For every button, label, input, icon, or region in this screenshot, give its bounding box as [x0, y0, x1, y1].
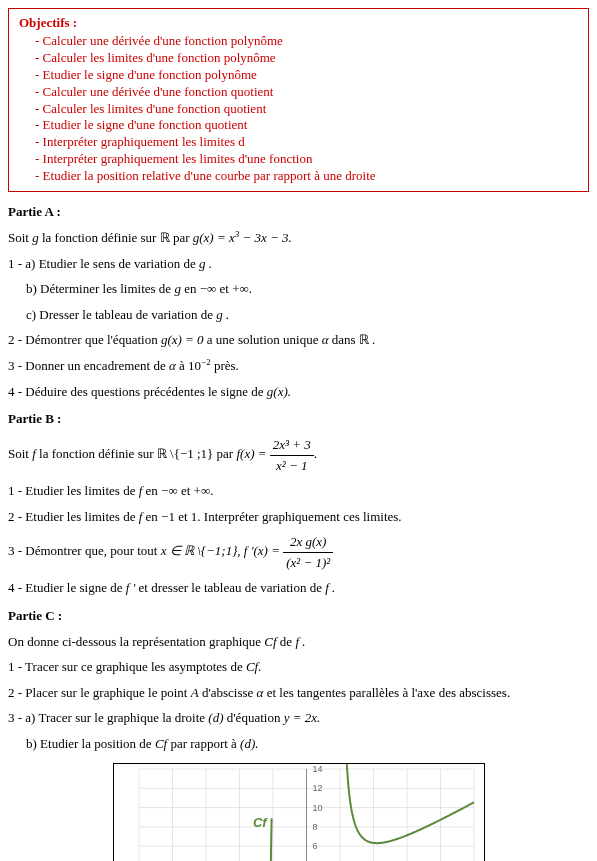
partie-a-q4: 4 - Déduire des questions précédentes le… — [8, 382, 589, 402]
objectifs-box: Objectifs : Calculer une dérivée d'une f… — [8, 8, 589, 192]
partie-c-q1: 1 - Tracer sur ce graphique les asymptot… — [8, 657, 589, 677]
partie-a-intro: Soit g la fonction définie sur ℝ par g(x… — [8, 228, 589, 248]
svg-text:10: 10 — [312, 803, 322, 813]
partie-a-q1b: b) Déterminer les limites de g en −∞ et … — [8, 279, 589, 299]
partie-c-q3a: 3 - a) Tracer sur le graphique la droite… — [8, 708, 589, 728]
partie-c-q3b: b) Etudier la position de Cf par rapport… — [8, 734, 589, 754]
partie-a-title: Partie A : — [8, 204, 589, 220]
partie-a-q3: 3 - Donner un encadrement de α à 10−2 pr… — [8, 356, 589, 376]
function-graph: -5-4-3-2-11234-14-12-10-8-6-4-2246810121… — [113, 763, 485, 861]
objectif-item: Etudier la position relative d'une courb… — [35, 168, 578, 185]
chart-container: -5-4-3-2-11234-14-12-10-8-6-4-2246810121… — [8, 763, 589, 861]
svg-text:12: 12 — [312, 783, 322, 793]
partie-b-q3: 3 - Démontrer que, pour tout x ∈ ℝ \{−1;… — [8, 532, 589, 572]
objectif-item: Calculer une dérivée d'une fonction quot… — [35, 84, 578, 101]
partie-b-intro: Soit f la fonction définie sur ℝ \{−1 ;1… — [8, 435, 589, 475]
objectif-item: Calculer une dérivée d'une fonction poly… — [35, 33, 578, 50]
objectif-item: Calculer les limites d'une fonction poly… — [35, 50, 578, 67]
partie-c-intro: On donne ci-dessous la représentation gr… — [8, 632, 589, 652]
svg-text:8: 8 — [312, 822, 317, 832]
objectifs-title: Objectifs : — [19, 15, 578, 31]
svg-text:Cf: Cf — [252, 815, 267, 830]
objectif-item: Etudier le signe d'une fonction polynôme — [35, 67, 578, 84]
objectif-item: Interpréter graphiquement les limites d — [35, 134, 578, 151]
objectif-item: Interpréter graphiquement les limites d'… — [35, 151, 578, 168]
partie-b-q4: 4 - Etudier le signe de f ' et dresser l… — [8, 578, 589, 598]
partie-b-q1: 1 - Etudier les limites de f en −∞ et +∞… — [8, 481, 589, 501]
partie-c-title: Partie C : — [8, 608, 589, 624]
partie-a-q1c: c) Dresser le tableau de variation de g … — [8, 305, 589, 325]
partie-b-q2: 2 - Etudier les limites de f en −1 et 1.… — [8, 507, 589, 527]
partie-a-q2: 2 - Démontrer que l'équation g(x) = 0 a … — [8, 330, 589, 350]
partie-c-q2: 2 - Placer sur le graphique le point A d… — [8, 683, 589, 703]
partie-a-q1a: 1 - a) Etudier le sens de variation de g… — [8, 254, 589, 274]
objectif-item: Etudier le signe d'une fonction quotient — [35, 117, 578, 134]
objectifs-list: Calculer une dérivée d'une fonction poly… — [19, 33, 578, 185]
partie-b-title: Partie B : — [8, 411, 589, 427]
svg-text:14: 14 — [312, 764, 322, 774]
objectif-item: Calculer les limites d'une fonction quot… — [35, 101, 578, 118]
svg-text:6: 6 — [312, 841, 317, 851]
